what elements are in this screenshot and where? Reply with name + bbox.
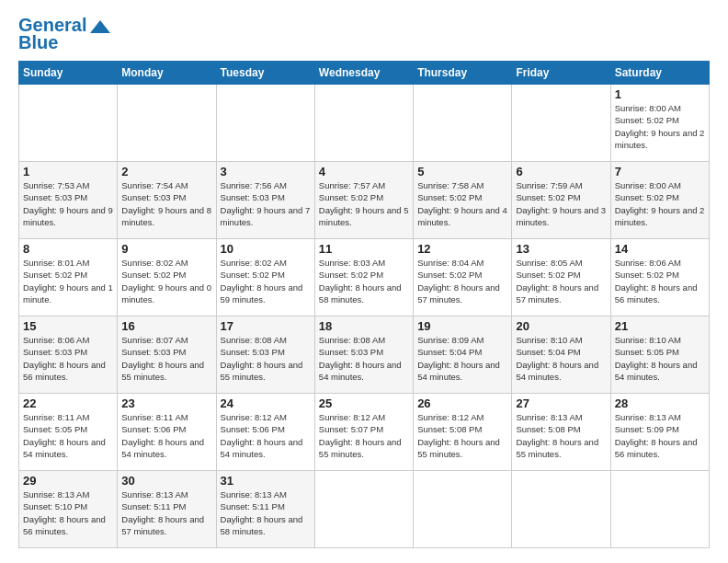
day-info: Sunrise: 7:53 AMSunset: 5:03 PMDaylight:… bbox=[23, 179, 113, 228]
day-number: 30 bbox=[121, 474, 211, 488]
calendar-cell: 2Sunrise: 7:54 AMSunset: 5:03 PMDaylight… bbox=[118, 162, 216, 239]
day-number: 12 bbox=[417, 242, 507, 256]
day-info: Sunrise: 8:10 AMSunset: 5:04 PMDaylight:… bbox=[516, 334, 606, 383]
calendar-body: 1Sunrise: 8:00 AMSunset: 5:02 PMDaylight… bbox=[19, 85, 710, 548]
weekday-header-wednesday: Wednesday bbox=[314, 62, 413, 85]
calendar-cell: 19Sunrise: 8:09 AMSunset: 5:04 PMDayligh… bbox=[414, 316, 512, 394]
calendar-cell: 24Sunrise: 8:12 AMSunset: 5:06 PMDayligh… bbox=[216, 394, 314, 471]
calendar-cell bbox=[118, 85, 216, 162]
calendar-cell: 23Sunrise: 8:11 AMSunset: 5:06 PMDayligh… bbox=[118, 394, 216, 471]
day-number: 1 bbox=[23, 165, 113, 178]
day-info: Sunrise: 8:04 AMSunset: 5:02 PMDaylight:… bbox=[417, 257, 507, 305]
day-number: 4 bbox=[319, 165, 409, 178]
day-info: Sunrise: 8:12 AMSunset: 5:06 PMDaylight:… bbox=[221, 411, 311, 460]
calendar-cell: 10Sunrise: 8:02 AMSunset: 5:02 PMDayligh… bbox=[216, 239, 314, 316]
day-info: Sunrise: 8:02 AMSunset: 5:02 PMDaylight:… bbox=[221, 257, 311, 305]
day-info: Sunrise: 8:13 AMSunset: 5:08 PMDaylight:… bbox=[516, 411, 606, 460]
calendar-cell bbox=[216, 85, 314, 162]
day-info: Sunrise: 8:07 AMSunset: 5:03 PMDaylight:… bbox=[121, 334, 211, 383]
calendar-cell: 29Sunrise: 8:13 AMSunset: 5:10 PMDayligh… bbox=[19, 471, 118, 548]
day-number: 5 bbox=[417, 165, 507, 178]
day-number: 9 bbox=[121, 242, 211, 256]
day-info: Sunrise: 8:05 AMSunset: 5:02 PMDaylight:… bbox=[516, 257, 606, 305]
day-number: 23 bbox=[121, 396, 211, 410]
calendar-cell bbox=[512, 85, 610, 162]
calendar-cell: 8Sunrise: 8:01 AMSunset: 5:02 PMDaylight… bbox=[19, 239, 118, 316]
calendar-cell: 7Sunrise: 8:00 AMSunset: 5:02 PMDaylight… bbox=[610, 162, 709, 239]
day-number: 18 bbox=[319, 319, 409, 333]
calendar-week-5: 29Sunrise: 8:13 AMSunset: 5:10 PMDayligh… bbox=[19, 471, 710, 548]
day-number: 24 bbox=[221, 396, 311, 410]
day-number: 7 bbox=[615, 165, 705, 178]
calendar-cell: 1Sunrise: 8:00 AMSunset: 5:02 PMDaylight… bbox=[610, 85, 709, 162]
calendar-cell: 16Sunrise: 8:07 AMSunset: 5:03 PMDayligh… bbox=[118, 316, 216, 394]
calendar-cell: 18Sunrise: 8:08 AMSunset: 5:03 PMDayligh… bbox=[314, 316, 413, 394]
day-info: Sunrise: 8:06 AMSunset: 5:02 PMDaylight:… bbox=[615, 257, 705, 305]
day-info: Sunrise: 7:58 AMSunset: 5:02 PMDaylight:… bbox=[417, 179, 507, 228]
calendar-table: SundayMondayTuesdayWednesdayThursdayFrid… bbox=[18, 61, 710, 548]
calendar-week-4: 22Sunrise: 8:11 AMSunset: 5:05 PMDayligh… bbox=[19, 394, 710, 471]
calendar-cell: 15Sunrise: 8:06 AMSunset: 5:03 PMDayligh… bbox=[19, 316, 118, 394]
logo: General Blue bbox=[18, 15, 110, 53]
svg-marker-0 bbox=[90, 20, 110, 33]
header: General Blue bbox=[18, 15, 710, 53]
day-number: 22 bbox=[23, 396, 113, 410]
calendar-cell: 26Sunrise: 8:12 AMSunset: 5:08 PMDayligh… bbox=[414, 394, 512, 471]
day-info: Sunrise: 7:54 AMSunset: 5:03 PMDaylight:… bbox=[121, 179, 211, 228]
calendar-week-1: 1Sunrise: 7:53 AMSunset: 5:03 PMDaylight… bbox=[19, 162, 710, 239]
calendar-cell: 31Sunrise: 8:13 AMSunset: 5:11 PMDayligh… bbox=[216, 471, 314, 548]
day-number: 19 bbox=[417, 319, 507, 333]
calendar-cell bbox=[314, 85, 413, 162]
calendar-cell: 22Sunrise: 8:11 AMSunset: 5:05 PMDayligh… bbox=[19, 394, 118, 471]
day-number: 6 bbox=[516, 165, 606, 178]
day-info: Sunrise: 8:03 AMSunset: 5:02 PMDaylight:… bbox=[319, 257, 409, 305]
day-info: Sunrise: 7:57 AMSunset: 5:02 PMDaylight:… bbox=[319, 179, 409, 228]
day-number: 20 bbox=[516, 319, 606, 333]
day-info: Sunrise: 8:00 AMSunset: 5:02 PMDaylight:… bbox=[615, 179, 705, 228]
day-number: 17 bbox=[221, 319, 311, 333]
day-info: Sunrise: 7:56 AMSunset: 5:03 PMDaylight:… bbox=[221, 179, 311, 228]
calendar-cell: 17Sunrise: 8:08 AMSunset: 5:03 PMDayligh… bbox=[216, 316, 314, 394]
calendar-cell: 4Sunrise: 7:57 AMSunset: 5:02 PMDaylight… bbox=[314, 162, 413, 239]
day-info: Sunrise: 8:01 AMSunset: 5:02 PMDaylight:… bbox=[23, 257, 113, 305]
calendar-cell: 11Sunrise: 8:03 AMSunset: 5:02 PMDayligh… bbox=[314, 239, 413, 316]
day-info: Sunrise: 8:00 AMSunset: 5:02 PMDaylight:… bbox=[615, 102, 705, 151]
day-number: 8 bbox=[23, 242, 113, 256]
calendar-cell: 9Sunrise: 8:02 AMSunset: 5:02 PMDaylight… bbox=[118, 239, 216, 316]
day-number: 13 bbox=[516, 242, 606, 256]
calendar-header: SundayMondayTuesdayWednesdayThursdayFrid… bbox=[19, 62, 710, 85]
day-number: 11 bbox=[319, 242, 409, 256]
weekday-header-thursday: Thursday bbox=[414, 62, 512, 85]
logo-blue: Blue bbox=[18, 32, 58, 53]
day-number: 1 bbox=[615, 87, 705, 101]
calendar-cell bbox=[414, 85, 512, 162]
weekday-header-tuesday: Tuesday bbox=[216, 62, 314, 85]
day-number: 14 bbox=[615, 242, 705, 256]
day-info: Sunrise: 8:02 AMSunset: 5:02 PMDaylight:… bbox=[121, 257, 211, 305]
calendar-week-0: 1Sunrise: 8:00 AMSunset: 5:02 PMDaylight… bbox=[19, 85, 710, 162]
weekday-header-saturday: Saturday bbox=[610, 62, 709, 85]
day-number: 16 bbox=[121, 319, 211, 333]
day-info: Sunrise: 8:12 AMSunset: 5:07 PMDaylight:… bbox=[319, 411, 409, 460]
calendar-cell: 13Sunrise: 8:05 AMSunset: 5:02 PMDayligh… bbox=[512, 239, 610, 316]
page: General Blue SundayMondayTuesdayWednesda… bbox=[0, 0, 728, 563]
day-info: Sunrise: 8:06 AMSunset: 5:03 PMDaylight:… bbox=[23, 334, 113, 383]
calendar-cell: 1Sunrise: 7:53 AMSunset: 5:03 PMDaylight… bbox=[19, 162, 118, 239]
day-number: 29 bbox=[23, 474, 113, 488]
day-number: 3 bbox=[221, 165, 311, 178]
day-info: Sunrise: 8:08 AMSunset: 5:03 PMDaylight:… bbox=[221, 334, 311, 383]
calendar-week-2: 8Sunrise: 8:01 AMSunset: 5:02 PMDaylight… bbox=[19, 239, 710, 316]
day-info: Sunrise: 8:13 AMSunset: 5:09 PMDaylight:… bbox=[615, 411, 705, 460]
calendar-cell bbox=[512, 471, 610, 548]
day-info: Sunrise: 8:09 AMSunset: 5:04 PMDaylight:… bbox=[417, 334, 507, 383]
weekday-header-sunday: Sunday bbox=[19, 62, 118, 85]
calendar-cell: 27Sunrise: 8:13 AMSunset: 5:08 PMDayligh… bbox=[512, 394, 610, 471]
calendar-cell: 5Sunrise: 7:58 AMSunset: 5:02 PMDaylight… bbox=[414, 162, 512, 239]
day-number: 27 bbox=[516, 396, 606, 410]
calendar-cell: 6Sunrise: 7:59 AMSunset: 5:02 PMDaylight… bbox=[512, 162, 610, 239]
day-info: Sunrise: 8:13 AMSunset: 5:11 PMDaylight:… bbox=[221, 488, 311, 537]
day-info: Sunrise: 8:10 AMSunset: 5:05 PMDaylight:… bbox=[615, 334, 705, 383]
calendar-cell bbox=[19, 85, 118, 162]
calendar-cell: 21Sunrise: 8:10 AMSunset: 5:05 PMDayligh… bbox=[610, 316, 709, 394]
weekday-header-monday: Monday bbox=[118, 62, 216, 85]
